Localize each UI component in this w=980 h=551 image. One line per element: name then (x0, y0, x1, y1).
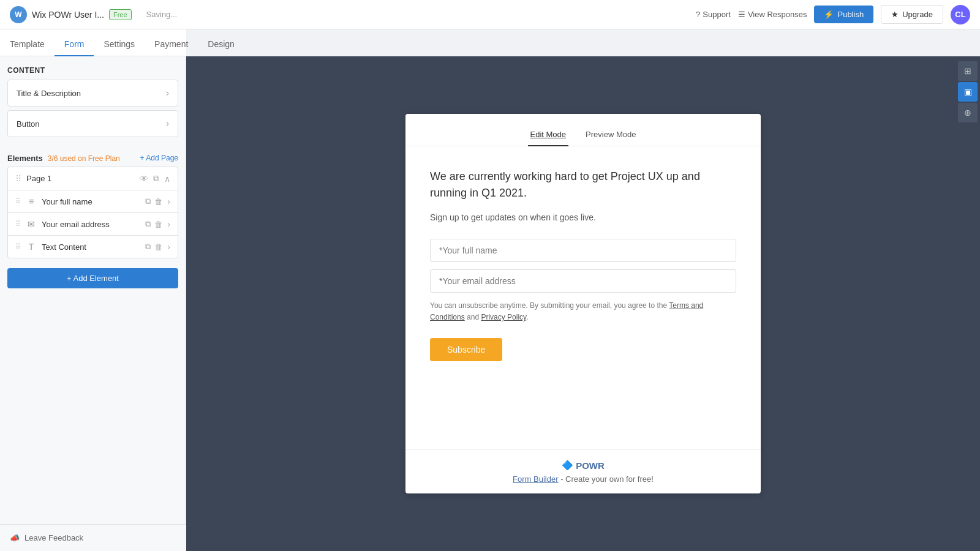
drag-handle-icon: ⠿ (15, 197, 21, 206)
form-subtitle: Sign up to get updates on when it goes l… (430, 211, 736, 224)
copy-element-icon[interactable]: ⧉ (145, 242, 151, 252)
app-name: Wix POWr User I... (32, 10, 104, 20)
element-row-email[interactable]: ⠿ ✉ Your email address ⧉ 🗑 › (7, 213, 178, 236)
tab-bar: Template Form Settings Payment Design (0, 29, 186, 56)
preview-mode-tab[interactable]: Preview Mode (583, 124, 638, 146)
panel-icon-3[interactable]: ⊕ (958, 103, 978, 122)
content-section: Content Title & Description › Button › (0, 56, 186, 146)
header: W Wix POWr User I... Free Saving... ? Su… (0, 0, 980, 29)
button-label: Button (17, 119, 40, 129)
list-icon: ☰ (738, 10, 745, 19)
form-preview: Edit Mode Preview Mode We are currently … (405, 114, 761, 493)
tab-payment[interactable]: Payment (145, 33, 198, 56)
view-responses-button[interactable]: ☰ View Responses (738, 10, 807, 19)
support-label: Support (703, 10, 731, 19)
elements-count: 3/6 used on Free Plan (48, 154, 120, 163)
header-left: W Wix POWr User I... Free Saving... (10, 6, 177, 23)
star-icon: ★ (891, 10, 899, 19)
delete-element-icon[interactable]: 🗑 (154, 220, 162, 229)
collapse-icon[interactable]: ∧ (164, 174, 170, 184)
free-badge: Free (109, 9, 132, 20)
element-actions: ⧉ 🗑 (145, 219, 162, 229)
support-button[interactable]: ? Support (696, 10, 731, 19)
full-name-input[interactable] (430, 239, 736, 262)
element-name-email: Your email address (42, 220, 140, 229)
privacy-link[interactable]: Privacy Policy (481, 313, 526, 321)
publish-button[interactable]: ⚡ Publish (814, 6, 873, 23)
panel-icon-2[interactable]: ▣ (958, 82, 978, 102)
avatar[interactable]: CL (951, 5, 970, 24)
text-field-icon: ≡ (26, 197, 37, 206)
text-icon: T (26, 242, 37, 252)
footer-suffix: - Create your own for free! (560, 474, 654, 484)
copy-element-icon[interactable]: ⧉ (145, 219, 151, 229)
element-row-full-name[interactable]: ⠿ ≡ Your full name ⧉ 🗑 › (7, 190, 178, 213)
publish-icon: ⚡ (824, 10, 834, 19)
page-header[interactable]: ⠿ Page 1 👁 ⧉ ∧ (7, 167, 178, 190)
add-element-button[interactable]: + Add Element (7, 268, 178, 288)
chevron-right-icon: › (166, 118, 169, 129)
upgrade-label: Upgrade (902, 10, 933, 19)
form-builder-link[interactable]: Form Builder (513, 474, 558, 484)
chevron-right-icon: › (167, 219, 170, 229)
powr-logo: 🔷 POWR (415, 460, 751, 471)
copy-icon[interactable]: ⧉ (153, 173, 159, 184)
chevron-right-icon: › (167, 242, 170, 252)
tab-form[interactable]: Form (55, 33, 94, 56)
subscribe-button[interactable]: Subscribe (430, 338, 502, 361)
form-disclaimer: You can unsubscribe anytime. By submitti… (430, 300, 736, 323)
layout: Content Title & Description › Button › E… (0, 56, 980, 551)
elements-list: ⠿ ≡ Your full name ⧉ 🗑 › ⠿ ✉ Your email … (0, 190, 186, 263)
element-row-text-content[interactable]: ⠿ T Text Content ⧉ 🗑 › (7, 236, 178, 258)
header-right: ? Support ☰ View Responses ⚡ Publish ★ U… (696, 5, 970, 24)
page-label: Page 1 (26, 174, 51, 183)
edit-mode-tab[interactable]: Edit Mode (528, 124, 569, 146)
powr-label: POWR (576, 460, 605, 471)
delete-element-icon[interactable]: 🗑 (154, 242, 162, 252)
powr-icon: 🔷 (562, 460, 573, 471)
form-title: We are currently working hard to get Pro… (430, 168, 736, 201)
elements-header-left: Elements 3/6 used on Free Plan (7, 153, 120, 163)
element-actions: ⧉ 🗑 (145, 242, 162, 252)
chevron-right-icon: › (166, 88, 169, 99)
eye-icon[interactable]: 👁 (140, 174, 148, 184)
element-actions: ⧉ 🗑 (145, 197, 162, 206)
mode-tabs: Edit Mode Preview Mode (405, 114, 761, 146)
tab-settings[interactable]: Settings (94, 33, 145, 56)
form-builder-footer: Form Builder - Create your own for free! (415, 474, 751, 484)
tab-template[interactable]: Template (0, 33, 55, 56)
tab-design[interactable]: Design (198, 33, 244, 56)
page-actions: 👁 ⧉ ∧ (140, 173, 170, 184)
elements-header: Elements 3/6 used on Free Plan + Add Pag… (0, 146, 186, 167)
panel-icon-1[interactable]: ⊞ (958, 61, 978, 81)
title-description-item[interactable]: Title & Description › (7, 80, 178, 107)
page-header-left: ⠿ Page 1 (15, 174, 51, 184)
leave-feedback-label: Leave Feedback (24, 533, 83, 542)
form-body: We are currently working hard to get Pro… (405, 146, 761, 449)
terms-link[interactable]: Terms and Conditions (430, 301, 703, 321)
leave-feedback-button[interactable]: 📣 Leave Feedback (0, 524, 186, 551)
add-page-button[interactable]: + Add Page (140, 154, 178, 162)
page-section: ⠿ Page 1 👁 ⧉ ∧ (0, 167, 186, 190)
megaphone-icon: 📣 (10, 533, 20, 542)
sidebar: Content Title & Description › Button › E… (0, 56, 186, 551)
upgrade-button[interactable]: ★ Upgrade (881, 5, 943, 24)
button-item[interactable]: Button › (7, 110, 178, 137)
drag-handle-icon: ⠿ (15, 242, 21, 251)
view-responses-label: View Responses (748, 10, 807, 19)
drag-handle-icon: ⠿ (15, 174, 21, 184)
right-panel: ⊞ ▣ ⊕ (956, 56, 980, 127)
title-description-label: Title & Description (17, 89, 81, 98)
chevron-right-icon: › (167, 197, 170, 206)
drag-handle-icon: ⠿ (15, 220, 21, 228)
copy-element-icon[interactable]: ⧉ (145, 197, 151, 206)
content-label: Content (7, 66, 178, 75)
saving-text: Saving... (146, 10, 178, 19)
delete-element-icon[interactable]: 🗑 (154, 197, 162, 206)
help-circle-icon: ? (696, 10, 700, 19)
publish-label: Publish (837, 10, 864, 19)
element-name-text-content: Text Content (42, 242, 140, 252)
element-name-full-name: Your full name (42, 197, 140, 206)
email-input[interactable] (430, 269, 736, 293)
main-content: Edit Mode Preview Mode We are currently … (186, 56, 980, 551)
